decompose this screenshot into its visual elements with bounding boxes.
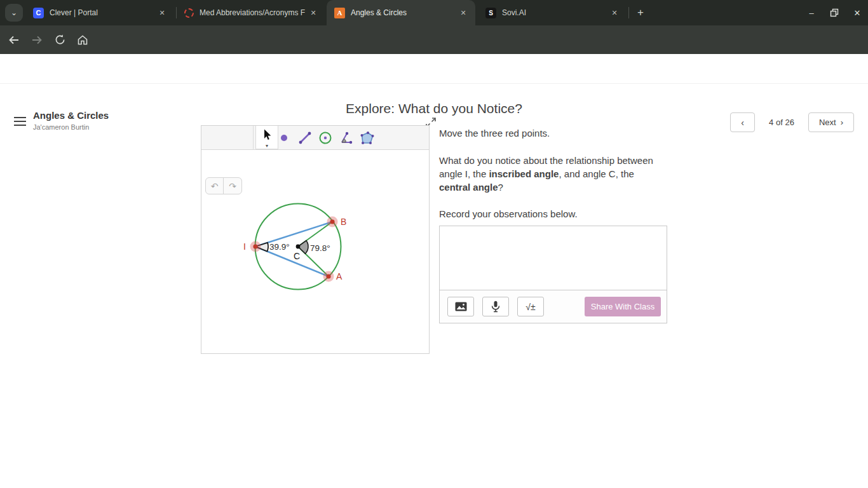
insert-image-button[interactable] [447,297,474,316]
dashed-circle-favicon-icon [184,8,194,18]
geometry-canvas[interactable]: I B A C 39.9° 79.8° ↶ ↷ [201,150,429,356]
home-button[interactable] [74,31,92,49]
tab-title: Med Abbreviations/Acronyms F [200,8,308,17]
label-point-i: I [243,241,246,252]
menu-hamburger-icon[interactable] [14,117,26,126]
sovi-favicon-icon: S [485,8,496,18]
next-button-label: Next [819,118,836,127]
undo-redo-group: ↶ ↷ [205,177,242,194]
student-name: Ja'cameron Burtin [33,123,89,131]
redo-icon: ↷ [229,181,236,191]
tab-med-abbreviations[interactable]: Med Abbreviations/Acronyms F ✕ [177,0,325,25]
page-title: Explore: What do you Notice? [0,101,868,116]
reload-icon [54,34,66,46]
point-i[interactable] [253,244,257,248]
close-tab-icon[interactable]: ✕ [156,7,168,18]
central-angle-term: central angle [439,182,498,193]
question-part: ? [498,182,503,193]
tab-divider [628,7,629,18]
redo-button[interactable]: ↷ [224,178,241,194]
central-angle-value: 79.8° [310,243,330,253]
polygon-tool[interactable] [359,130,376,146]
browser-toolbar: student.amplify.com/instance/6981fdf96e6… [0,25,868,54]
page-indicator: 4 of 26 [755,118,808,127]
point-c-center [296,245,301,249]
inscribed-angle-value: 39.9° [269,242,290,252]
inscribed-angle-term: inscribed angle [489,168,559,179]
instructions-panel: Move the three red points. What do you n… [439,125,668,323]
tab-angles-circles-active[interactable]: A Angles & Circles ✕ [327,0,475,25]
point-tool[interactable] [276,130,292,146]
observations-input[interactable] [440,226,667,290]
circle-tool[interactable] [317,130,334,146]
tab-sovi-ai[interactable]: S Sovi.AI ✕ [478,0,627,25]
back-icon [8,34,20,46]
chevron-right-icon: › [841,118,843,127]
tab-strip: ⌄ C Clever | Portal ✕ Med Abbreviations/… [0,0,868,25]
label-point-a: A [336,271,342,281]
question-text: What do you notice about the relationshi… [439,154,668,194]
restore-window-button[interactable] [826,4,843,21]
undo-button[interactable]: ↶ [206,178,224,194]
clever-favicon-icon: C [33,8,44,18]
move-points-text: Move the three red points. [439,126,668,140]
circle-tool-icon [318,130,333,146]
window-controls: – ✕ [803,3,865,23]
point-a[interactable] [326,274,330,278]
undo-icon: ↶ [211,181,219,191]
toolbar-divider [253,126,254,150]
plus-icon: + [637,6,644,19]
restore-icon [830,8,839,17]
move-tool-selected[interactable]: ▾ [255,126,278,149]
chevron-down-icon: ▾ [266,144,268,148]
browser-window: ⌄ C Clever | Portal ✕ Med Abbreviations/… [0,0,868,488]
point-b[interactable] [330,219,334,224]
new-tab-button[interactable]: + [633,5,648,20]
chevron-down-icon: ⌄ [11,8,17,17]
close-tab-icon[interactable]: ✕ [308,7,319,18]
question-part: , and angle C, the [559,168,634,179]
amplify-favicon-icon: A [334,8,345,18]
answer-panel: √± Share With Class [439,226,667,323]
image-icon [455,302,467,311]
chevron-left-icon: ‹ [741,118,744,128]
tab-title: Sovi.AI [502,8,609,17]
segment-tool[interactable] [297,130,313,146]
forward-icon [31,34,43,46]
tab-title: Clever | Portal [50,8,156,17]
geogebra-applet: ▾ [201,125,430,354]
lesson-header: Angles & Circles Ja'cameron Burtin ‹ 4 o… [0,54,868,84]
home-icon [76,34,89,46]
microphone-icon [491,301,500,313]
geogebra-toolbar: ▾ [201,126,429,150]
close-tab-icon[interactable]: ✕ [609,7,620,18]
back-button[interactable] [5,31,23,49]
tab-clever-portal[interactable]: C Clever | Portal ✕ [25,0,174,25]
record-observations-text: Record your observations below. [439,207,668,220]
close-tab-icon[interactable]: ✕ [458,7,469,18]
label-point-b: B [341,217,346,227]
minimize-button[interactable]: – [803,4,820,21]
angle-tool[interactable] [338,130,355,146]
answer-toolbar: √± Share With Class [440,290,667,323]
forward-button[interactable] [28,31,46,49]
insert-equation-button[interactable]: √± [517,297,544,316]
record-audio-button[interactable] [482,297,509,316]
point-tool-icon [276,130,292,146]
math-icon: √± [526,302,535,312]
segment-tool-icon [297,130,313,146]
tab-title: Angles & Circles [351,8,458,17]
reload-button[interactable] [51,31,69,49]
tab-search-button[interactable]: ⌄ [5,4,23,22]
cursor-arrow-icon [261,128,273,141]
angle-tool-icon [338,130,355,146]
close-window-button[interactable]: ✕ [849,4,865,21]
label-point-c: C [294,251,300,261]
share-with-class-button[interactable]: Share With Class [585,297,661,316]
polygon-tool-icon [359,130,376,146]
